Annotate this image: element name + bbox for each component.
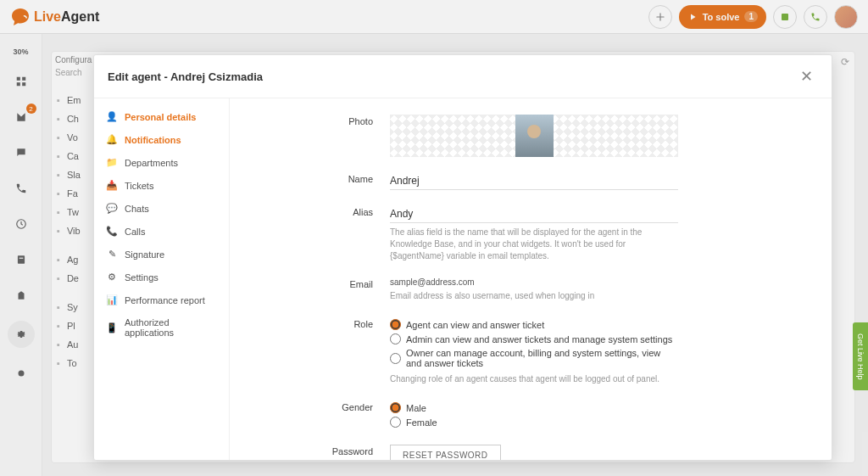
- reset-password-button[interactable]: RESET PASSWORD: [390, 445, 501, 460]
- label-email: Email: [250, 277, 390, 302]
- row-photo: Photo: [250, 107, 811, 165]
- sidebar-item-label: Settings: [125, 272, 159, 283]
- gender-option-1[interactable]: Female: [390, 415, 678, 429]
- role-option-1[interactable]: Admin can view and answer tickets and ma…: [390, 332, 678, 346]
- email-hint: Email address is also username, used whe…: [390, 290, 678, 302]
- app-icon: 📱: [106, 322, 118, 333]
- user-icon: 👤: [106, 111, 118, 122]
- bell-icon: 🔔: [106, 134, 118, 145]
- alias-hint: The alias field is the name that will be…: [390, 227, 678, 262]
- gender-label: Female: [406, 417, 437, 428]
- sidebar-item-label: Notifications: [125, 135, 181, 145]
- sidebar-item-label: Performance report: [125, 295, 205, 305]
- row-email: Email sample@address.com Email address i…: [250, 270, 811, 310]
- label-gender: Gender: [250, 400, 390, 429]
- name-input[interactable]: [390, 172, 678, 190]
- photo-checker: [390, 115, 678, 157]
- role-label: Agent can view and answer ticket: [406, 320, 544, 330]
- gender-radio-1[interactable]: [390, 417, 401, 428]
- chat-icon: 💬: [106, 203, 118, 214]
- role-radio-0[interactable]: [390, 319, 401, 330]
- email-value: sample@address.com: [390, 277, 678, 287]
- sidebar-item-chats[interactable]: 💬Chats: [94, 197, 229, 220]
- sidebar-item-settings[interactable]: ⚙Settings: [94, 266, 229, 288]
- role-label: Admin can view and answer tickets and ma…: [406, 334, 672, 344]
- role-option-2[interactable]: Owner can manage account, billing and sy…: [390, 346, 678, 370]
- label-role: Role: [250, 317, 390, 385]
- sidebar-item-tickets[interactable]: 📥Tickets: [94, 174, 229, 197]
- modal-header: Edit agent - Andrej Csizmadia ✕: [94, 55, 832, 98]
- label-password: Password: [250, 445, 390, 460]
- sidebar-item-label: Personal details: [125, 112, 196, 122]
- help-tab[interactable]: Get Live Help: [853, 322, 868, 390]
- gender-options: MaleFemale: [390, 400, 678, 429]
- sidebar-item-label: Authorized applications: [125, 317, 217, 338]
- sidebar-item-personal-details[interactable]: 👤Personal details: [94, 105, 229, 128]
- sidebar-item-performance-report[interactable]: 📊Performance report: [94, 288, 229, 311]
- label-alias: Alias: [250, 205, 390, 262]
- row-alias: Alias The alias field is the name that w…: [250, 198, 811, 270]
- gender-label: Male: [406, 403, 426, 413]
- photo-field[interactable]: [390, 115, 678, 157]
- label-name: Name: [250, 172, 390, 190]
- row-password: Password RESET PASSWORD: [250, 437, 811, 460]
- inbox-icon: 📥: [106, 180, 118, 191]
- edit-agent-modal: Edit agent - Andrej Csizmadia ✕ 👤Persona…: [93, 54, 832, 461]
- sidebar-item-label: Calls: [125, 227, 145, 237]
- form-area: Photo Name Alias The alias field is the …: [230, 98, 832, 460]
- folder-icon: 📁: [106, 157, 118, 168]
- sidebar-item-notifications[interactable]: 🔔Notifications: [94, 128, 229, 151]
- role-radio-1[interactable]: [390, 333, 401, 344]
- gender-option-0[interactable]: Male: [390, 400, 678, 415]
- role-option-0[interactable]: Agent can view and answer ticket: [390, 317, 678, 332]
- sidebar-item-label: Signature: [125, 249, 164, 260]
- role-options: Agent can view and answer ticketAdmin ca…: [390, 317, 678, 385]
- sidebar-item-label: Departments: [125, 158, 178, 168]
- modal-body: 👤Personal details🔔Notifications📁Departme…: [94, 98, 832, 460]
- close-button[interactable]: ✕: [795, 65, 818, 87]
- phone-icon: 📞: [106, 226, 118, 237]
- sidebar-item-signature[interactable]: ✎Signature: [94, 243, 229, 266]
- agent-photo[interactable]: [515, 115, 554, 157]
- sidebar-item-label: Chats: [125, 204, 149, 214]
- label-photo: Photo: [250, 115, 390, 157]
- alias-input[interactable]: [390, 205, 678, 223]
- row-gender: Gender MaleFemale: [250, 393, 811, 437]
- sidebar-item-authorized-applications[interactable]: 📱Authorized applications: [94, 311, 229, 344]
- sidebar-item-label: Tickets: [125, 181, 153, 191]
- report-icon: 📊: [106, 294, 118, 305]
- role-radio-2[interactable]: [390, 353, 401, 364]
- gear-icon: ⚙: [106, 272, 118, 283]
- modal-sidebar: 👤Personal details🔔Notifications📁Departme…: [94, 98, 230, 460]
- row-role: Role Agent can view and answer ticketAdm…: [250, 310, 811, 393]
- modal-title: Edit agent - Andrej Csizmadia: [108, 70, 263, 83]
- pen-icon: ✎: [106, 249, 118, 260]
- sidebar-item-departments[interactable]: 📁Departments: [94, 151, 229, 174]
- sidebar-item-calls[interactable]: 📞Calls: [94, 220, 229, 243]
- gender-radio-0[interactable]: [390, 402, 401, 413]
- role-label: Owner can manage account, billing and sy…: [406, 348, 678, 368]
- row-name: Name: [250, 165, 811, 198]
- role-hint: Changing role of an agent causes that ag…: [390, 373, 678, 385]
